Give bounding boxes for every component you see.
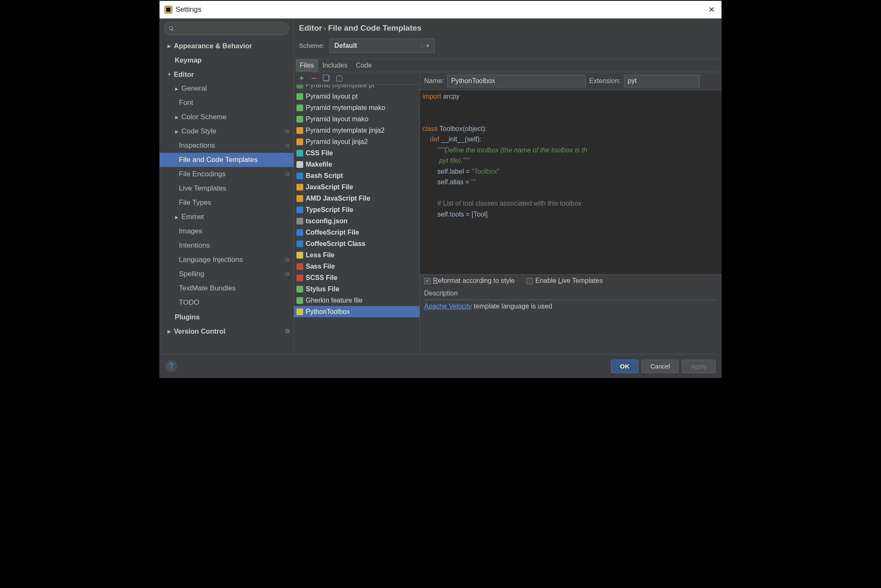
scope-icon: ⧉ [286,128,289,135]
template-list[interactable]: Pyramid mytemplate ptPyramid layout ptPy… [294,85,420,354]
nav-item-label: Font [179,99,193,107]
nav-item[interactable]: TextMate Bundles [160,281,294,295]
nav-item[interactable]: Live Templates [160,181,294,196]
tab-code[interactable]: Code [351,59,376,72]
nav-item[interactable]: Inspections⧉ [160,139,294,153]
template-row[interactable]: AMD JavaScript File [294,193,420,204]
settings-window: Settings ✕ ▶Appearance & BehaviorKeymap▼… [159,0,722,378]
template-row[interactable]: Pyramid mytemplate pt [294,85,420,91]
template-row[interactable]: Bash Script [294,170,420,181]
nav-item[interactable]: Spelling⧉ [160,267,294,281]
ok-button[interactable]: OK [611,360,638,373]
nav-item[interactable]: Keymap [160,53,294,67]
caret-icon: ▶ [175,129,179,134]
template-list-panel: + − Pyramid mytemplate ptPyramid layout … [294,72,420,354]
nav-item-label: Spelling [179,270,205,278]
template-row[interactable]: Less File [294,249,420,261]
tab-includes[interactable]: Includes [318,59,352,72]
reset-icon [336,76,342,81]
template-row[interactable]: tsconfig.json [294,215,420,227]
nav-item-label: Color Scheme [181,113,227,121]
template-row[interactable]: Pyramid mytemplate mako [294,102,420,113]
nav-item[interactable]: ▶Appearance & Behavior [160,39,294,53]
template-code-editor[interactable]: import arcpy class Toolbox(object): def … [420,90,721,274]
live-templates-checkbox[interactable] [527,278,533,284]
file-icon [296,172,303,179]
nav-item-label: Code Style [181,127,216,136]
template-row[interactable]: Stylus File [294,283,420,295]
template-row[interactable]: CoffeeScript File [294,227,420,238]
scope-icon: ⧉ [286,328,289,335]
template-label: SCSS File [306,274,338,282]
reformat-checkbox[interactable] [424,278,430,284]
copy-icon [324,76,330,81]
remove-template-button[interactable]: − [311,75,317,82]
nav-item-label: Inspections [179,141,215,150]
help-button[interactable]: ? [165,361,177,372]
nav-item[interactable]: Font [160,96,294,110]
nav-item[interactable]: File Encodings⧉ [160,167,294,181]
template-label: Bash Script [306,172,343,180]
file-icon [296,263,303,270]
scheme-label: Scheme: [299,42,325,50]
template-extension-input[interactable] [624,75,700,87]
close-icon[interactable]: ✕ [707,3,716,16]
nav-item[interactable]: Language Injections⧉ [160,253,294,267]
tab-files[interactable]: Files [296,59,318,72]
file-icon [296,85,303,89]
apply-button[interactable]: Apply [682,360,716,373]
template-label: PythonToolbox [306,308,350,316]
template-row[interactable]: Pyramid mytemplate jinja2 [294,125,420,136]
cancel-button[interactable]: Cancel [642,360,679,373]
nav-item[interactable]: Images [160,224,294,238]
add-template-button[interactable]: + [298,75,305,82]
template-row[interactable]: Pyramid layout jinja2 [294,136,420,147]
search-input[interactable] [164,22,289,35]
template-label: Stylus File [306,285,339,293]
extension-label: Extension: [589,77,621,85]
nav-item[interactable]: ▶General [160,81,294,96]
template-name-input[interactable] [447,75,586,87]
template-row[interactable]: Pyramid layout mako [294,113,420,125]
file-icon [296,218,303,225]
nav-item[interactable]: Intentions [160,238,294,253]
nav-item-label: File Types [179,199,211,207]
template-row[interactable]: PythonToolbox [294,306,420,317]
template-row[interactable]: Pyramid layout pt [294,91,420,102]
reset-template-button[interactable] [336,75,343,82]
nav-item[interactable]: ▼Editor [160,67,294,81]
nav-item[interactable]: ▶Color Scheme [160,110,294,124]
caret-icon: ▶ [167,329,171,334]
nav-item-label: File and Code Templates [179,156,258,164]
copy-template-button[interactable] [323,75,330,82]
file-icon [296,105,303,111]
template-row[interactable]: JavaScript File [294,181,420,193]
template-row[interactable]: CoffeeScript Class [294,238,420,249]
template-row[interactable]: CSS File [294,147,420,159]
template-row[interactable]: SCSS File [294,272,420,283]
file-icon [296,297,303,304]
nav-item[interactable]: Plugins [160,310,294,324]
settings-tree-panel: ▶Appearance & BehaviorKeymap▼Editor▶Gene… [160,18,294,354]
nav-item[interactable]: File and Code Templates⧉ [160,153,294,167]
template-row[interactable]: Gherkin feature file [294,295,420,306]
file-icon [296,308,303,315]
nav-item[interactable]: TODO [160,295,294,310]
nav-item[interactable]: File Types [160,196,294,210]
nav-item[interactable]: ▶Emmet [160,210,294,224]
file-icon [296,116,303,123]
template-row[interactable]: Sass File [294,261,420,272]
description-body: Apache Velocity template language is use… [424,300,717,350]
velocity-link[interactable]: Apache Velocity [424,303,472,310]
nav-item-label: Language Injections [179,256,243,264]
nav-item[interactable]: ▶Code Style⧉ [160,124,294,139]
file-icon [296,229,303,236]
nav-item[interactable]: ▶Version Control⧉ [160,324,294,338]
caret-icon: ▶ [175,86,179,91]
template-label: Makefile [306,161,332,168]
settings-tree[interactable]: ▶Appearance & BehaviorKeymap▼Editor▶Gene… [160,39,294,354]
template-label: Pyramid mytemplate mako [306,104,385,112]
template-row[interactable]: Makefile [294,159,420,170]
scheme-select[interactable]: Default ▼ [330,39,435,53]
template-row[interactable]: TypeScript File [294,204,420,215]
